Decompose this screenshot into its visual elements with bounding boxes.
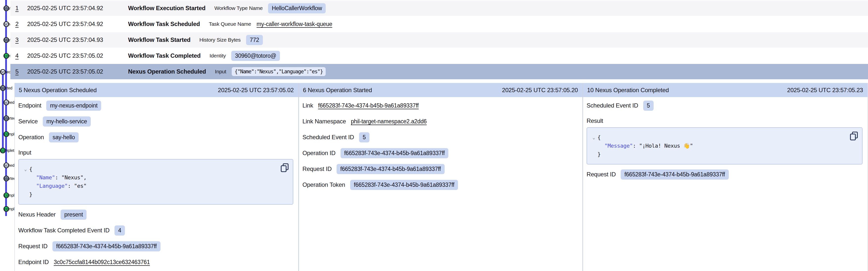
json-text: { <box>597 133 601 142</box>
event-2-status-dot: scheduled <box>3 21 9 27</box>
event-detail-timestamp: 2025-02-25 UTC 23:57:05.02 <box>218 87 294 93</box>
event-attr-label: Identity <box>210 53 226 59</box>
json-token: "Name" <box>36 174 55 181</box>
event-detail-body: Endpointmy-nexus-endpointServicemy-hello… <box>15 97 298 270</box>
json-line: ⌄{ <box>590 133 858 142</box>
event-row[interactable]: 2 2025-02-25 UTC 23:57:04.92 Workflow Ta… <box>10 16 868 32</box>
detail-field: Request IDf665283f-743e-4374-b45b-9a61a8… <box>18 238 294 254</box>
event-row[interactable]: 4 2025-02-25 UTC 23:57:05.02 Workflow Ta… <box>10 48 868 63</box>
event-7-status-dot: scheduled <box>3 100 9 105</box>
event-timestamp: 2025-02-25 UTC 23:57:05.02 <box>27 52 128 59</box>
value-link[interactable]: phil-target-namespace2.a2dd6 <box>351 118 427 125</box>
detail-field-label: Endpoint <box>18 102 41 109</box>
detail-field-label: Scheduled Event ID <box>587 102 638 109</box>
event-id-link[interactable]: 3 <box>16 36 27 43</box>
json-token: : <box>67 183 74 189</box>
chevron-spacer <box>590 142 597 150</box>
event-row[interactable]: 5 2025-02-25 UTC 23:57:05.02 Nexus Opera… <box>10 64 868 79</box>
event-id-link[interactable]: 5 <box>16 68 27 75</box>
detail-field: Servicemy-hello-service <box>18 113 294 129</box>
value-badge: 772 <box>246 35 263 45</box>
json-text: } <box>29 190 32 199</box>
detail-field: Operation Tokenf665283f-743e-4374-b45b-9… <box>303 177 578 193</box>
value-link[interactable]: 3c0c75ccfa8144b092c13ce632463761 <box>54 259 150 266</box>
event-detail-body: Scheduled Event ID5Result ⌄{"Message": "… <box>583 97 868 182</box>
detail-field-label: Operation Token <box>303 181 345 188</box>
collapse-chevron-icon[interactable]: ⌄ <box>22 165 29 173</box>
event-attr-label: Task Queue Name <box>209 21 251 27</box>
chevron-spacer <box>590 150 597 159</box>
event-attr-label: History Size Bytes <box>199 37 241 43</box>
event-timestamp: 2025-02-25 UTC 23:57:04.93 <box>27 36 128 43</box>
value-badge: 5 <box>643 101 654 111</box>
value-link[interactable]: my-caller-workflow-task-queue <box>257 21 332 27</box>
detail-field: Link Namespacephil-target-namespace2.a2d… <box>303 113 578 129</box>
event-id-link[interactable]: 4 <box>16 52 27 59</box>
json-token: : <box>55 174 61 181</box>
detail-field: Linkf665283f-743e-4374-b45b-9a61a89337ff <box>303 98 578 113</box>
value-link[interactable]: f665283f-743e-4374-b45b-9a61a89337ff <box>318 102 418 109</box>
json-text: { <box>29 165 32 173</box>
json-token: } <box>597 151 601 157</box>
json-token: : <box>633 143 639 149</box>
value-badge: f665283f-743e-4374-b45b-9a61a89337ff <box>337 164 445 174</box>
detail-field: Request IDf665283f-743e-4374-b45b-9a61a8… <box>587 166 863 182</box>
detail-field-label: Request ID <box>587 171 616 178</box>
detail-field: Input <box>18 145 294 157</box>
json-token: "es" <box>74 183 87 189</box>
event-detail-title: 5 Nexus Operation Scheduled <box>19 87 97 93</box>
event-detail-header: 5 Nexus Operation Scheduled 2025-02-25 U… <box>15 83 298 97</box>
detail-field-label: Request ID <box>18 243 48 250</box>
event-12-status-dot: started <box>3 175 9 181</box>
event-name: Workflow Task Scheduled <box>128 21 200 27</box>
event-name: Workflow Execution Started <box>128 5 206 11</box>
event-9-status-dot: completed <box>3 131 9 137</box>
json-line: } <box>22 190 288 199</box>
detail-field: Endpoint ID3c0c75ccfa8144b092c13ce632463… <box>18 254 294 270</box>
detail-field: Workflow Task Completed Event ID4 <box>18 222 294 238</box>
event-timestamp: 2025-02-25 UTC 23:57:05.02 <box>27 68 128 75</box>
detail-field: Operation IDf665283f-743e-4374-b45b-9a61… <box>303 145 578 161</box>
event-history-list: 1 2025-02-25 UTC 23:57:04.92 Workflow Ex… <box>10 0 868 80</box>
event-id-link[interactable]: 2 <box>16 21 27 27</box>
detail-field: Request IDf665283f-743e-4374-b45b-9a61a8… <box>303 161 578 177</box>
event-name: Workflow Task Started <box>128 36 190 43</box>
json-text: "Language": "es" <box>29 182 87 190</box>
value-badge: 5 <box>359 132 370 142</box>
value-badge: 30960@totoro@ <box>231 51 280 61</box>
collapse-chevron-icon[interactable]: ⌄ <box>590 133 597 142</box>
value-badge: HelloCallerWorkflow <box>268 3 326 13</box>
copy-icon[interactable] <box>280 163 289 172</box>
event-attr-label: Input <box>215 69 226 75</box>
event-1-status-dot: started <box>3 5 9 11</box>
workflow-history-screen: startedscheduledstartedcompletedschedule… <box>0 0 868 271</box>
detail-field-label: Operation ID <box>303 150 336 157</box>
event-detail-body: Linkf665283f-743e-4374-b45b-9a61a89337ff… <box>299 97 582 193</box>
detail-field: Scheduled Event ID5 <box>303 129 578 145</box>
event-timeline: startedscheduledstartedcompletedschedule… <box>0 0 10 271</box>
event-name: Workflow Task Completed <box>128 52 200 59</box>
detail-field-label: Workflow Task Completed Event ID <box>18 227 110 234</box>
detail-field-label: Result <box>587 117 603 124</box>
json-payload-viewer: ⌄{"Message": "¡Hola! Nexus 👋"} <box>587 127 863 164</box>
event-row[interactable]: 1 2025-02-25 UTC 23:57:04.92 Workflow Ex… <box>10 0 868 16</box>
detail-field-label: Scheduled Event ID <box>303 134 354 141</box>
json-text: } <box>597 150 601 159</box>
json-payload-viewer: ⌄{"Name": "Nexus","Language": "es"} <box>18 159 293 205</box>
json-line: "Message": "¡Hola! Nexus 👋" <box>590 142 858 150</box>
event-8-status-dot: started <box>3 115 9 121</box>
json-token: "Nexus", <box>61 174 87 181</box>
event-id-link[interactable]: 1 <box>16 5 27 11</box>
detail-field: Endpointmy-nexus-endpoint <box>18 98 294 113</box>
value-badge: f665283f-743e-4374-b45b-9a61a89337ff <box>53 241 160 251</box>
detail-field-label: Nexus Header <box>18 211 56 218</box>
detail-field: Operationsay-hello <box>18 129 294 145</box>
value-badge: 4 <box>115 225 125 236</box>
copy-icon[interactable] <box>850 131 858 141</box>
event-row[interactable]: 3 2025-02-25 UTC 23:57:04.93 Workflow Ta… <box>10 32 868 48</box>
event-4-status-dot: completed <box>3 53 9 59</box>
chevron-spacer <box>22 190 29 199</box>
value-badge: f665283f-743e-4374-b45b-9a61a89337ff <box>341 148 448 158</box>
json-line: ⌄{ <box>22 165 288 173</box>
detail-field-label: Endpoint ID <box>18 259 49 266</box>
